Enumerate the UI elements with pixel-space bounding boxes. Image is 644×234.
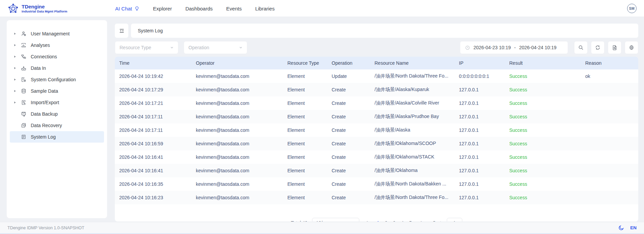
database-icon <box>21 88 28 94</box>
sidebar-item-import-export[interactable]: Import/Export <box>10 97 104 108</box>
topbar: TDengine Industrial Data Mgmt Platform A… <box>0 0 644 17</box>
refresh-button[interactable] <box>591 41 604 54</box>
table-row[interactable]: 2026-04-24 10:16:41kevinmen@taosdata.com… <box>115 164 638 177</box>
table-row[interactable]: 2026-04-24 10:17:21kevinmen@taosdata.com… <box>115 96 638 110</box>
cell-resource-type: Element <box>287 141 332 146</box>
cell-resource-name: /油井场景/Alaska/Colville River <box>375 100 459 106</box>
table-row[interactable]: 2026-04-24 10:16:23kevinmen@taosdata.com… <box>115 191 638 204</box>
cell-ip: 127.0.0.1 <box>459 100 509 106</box>
gear-icon <box>629 45 634 50</box>
sidebar-item-data-recovery[interactable]: Data Recovery <box>10 120 104 131</box>
dark-mode-toggle[interactable] <box>618 225 624 231</box>
sidebar-item-user-management[interactable]: User Management <box>10 28 104 39</box>
table-row[interactable]: 2026-04-24 10:17:29kevinmen@taosdata.com… <box>115 83 638 96</box>
page-number-3[interactable]: 3 <box>390 219 398 222</box>
cell-operator: kevinmen@taosdata.com <box>196 114 287 119</box>
cell-time: 2026-04-24 10:19:42 <box>119 74 196 79</box>
expand-caret-icon[interactable] <box>14 67 21 69</box>
search-button[interactable] <box>574 41 588 54</box>
goto-page-input[interactable] <box>447 218 462 222</box>
nav-item-libraries[interactable]: Libraries <box>255 6 275 11</box>
column-header-reason: Reason <box>585 60 638 66</box>
cell-time: 2026-04-24 10:17:29 <box>119 87 196 92</box>
cell-ip: 127.0.0.1 <box>459 141 509 146</box>
sidebar-item-data-in[interactable]: Data In <box>10 62 104 74</box>
cell-resource-name: /油井场景/North Dakota/Bakken ... <box>375 181 459 187</box>
column-header-result: Result <box>509 60 585 66</box>
cell-resource-type: Element <box>287 127 332 133</box>
sidebar: User ManagementAnalysesConnectionsData I… <box>7 20 107 218</box>
sidebar-item-sample-data[interactable]: Sample Data <box>10 85 104 97</box>
table-row[interactable]: 2026-04-24 10:19:42kevinmen@taosdata.com… <box>115 69 638 83</box>
page-number-1[interactable]: 1 <box>374 219 382 222</box>
table-body: 2026-04-24 10:19:42kevinmen@taosdata.com… <box>115 69 638 204</box>
table-row[interactable]: 2026-04-24 10:16:41kevinmen@taosdata.com… <box>115 150 638 164</box>
table-row[interactable]: 2026-04-24 10:16:59kevinmen@taosdata.com… <box>115 137 638 150</box>
expand-caret-icon[interactable] <box>14 101 21 104</box>
log-table: TimeOperatorResource TypeOperationResour… <box>115 57 638 222</box>
filter-bar: Resource Type Operation 2026-04-23 10:19… <box>115 41 638 54</box>
column-header-resource-type: Resource Type <box>287 60 332 66</box>
sidebar-item-analyses[interactable]: Analyses <box>10 39 104 51</box>
cell-time: 2026-04-24 10:16:59 <box>119 141 196 146</box>
cell-result: Success <box>509 195 585 200</box>
operation-select[interactable]: Operation <box>184 41 247 54</box>
page-size-select[interactable]: 10/page <box>312 218 359 222</box>
nav-item-dashboards[interactable]: Dashboards <box>185 6 213 11</box>
nav-item-ai-chat[interactable]: AI Chat <box>115 6 139 11</box>
nav-item-events[interactable]: Events <box>226 6 242 11</box>
sidebar-item-label: System Log <box>31 134 56 140</box>
sidebar-item-label: Analyses <box>31 42 50 48</box>
export-button[interactable] <box>608 41 621 54</box>
page-number-5[interactable]: 5 <box>406 219 414 222</box>
page-numbers: 12345 <box>374 219 414 222</box>
page-number-2[interactable]: 2 <box>382 219 390 222</box>
expand-caret-icon[interactable] <box>14 79 21 81</box>
system-log-icon <box>21 134 28 140</box>
resource-type-select[interactable]: Resource Type <box>115 41 178 54</box>
table-row[interactable]: 2026-04-24 10:17:11kevinmen@taosdata.com… <box>115 110 638 123</box>
table-row[interactable]: 2026-04-24 10:16:35kevinmen@taosdata.com… <box>115 177 638 191</box>
cell-resource-name: /油井场景/Alaska <box>375 127 459 133</box>
brand[interactable]: TDengine Industrial Data Mgmt Platform <box>7 3 67 14</box>
sidebar-collapse-button[interactable] <box>115 24 128 38</box>
sidebar-item-label: Data In <box>31 65 46 71</box>
nav-item-explorer[interactable]: Explorer <box>153 6 172 11</box>
cell-resource-name: /油井场景/Oklahoma/SCOOP <box>375 141 459 147</box>
language-toggle[interactable]: EN <box>630 225 637 230</box>
sidebar-item-label: Sample Data <box>31 88 58 94</box>
page-number-4[interactable]: 4 <box>398 219 406 222</box>
cell-ip: 127.0.0.1 <box>459 154 509 160</box>
cell-resource-name: /油井场景/North Dakota/Three Fo... <box>375 195 459 201</box>
prev-page-button[interactable]: ❮ <box>362 221 371 222</box>
cell-time: 2026-04-24 10:17:11 <box>119 114 196 119</box>
date-end: 2026-04-24 10:19 <box>519 45 557 50</box>
cell-ip: 127.0.0.1 <box>459 87 509 92</box>
sidebar-item-system-log[interactable]: System Log <box>10 131 104 143</box>
expand-caret-icon[interactable] <box>14 90 21 92</box>
refresh-icon <box>595 45 600 50</box>
cell-resource-type: Element <box>287 195 332 200</box>
cell-operation: Create <box>332 195 375 200</box>
sidebar-item-data-backup[interactable]: Data Backup <box>10 108 104 120</box>
sidebar-item-connections[interactable]: Connections <box>10 51 104 62</box>
date-range-picker[interactable]: 2026-04-23 10:19 - 2026-04-24 10:19 <box>460 41 568 54</box>
goto-label: Go to <box>432 220 444 222</box>
next-page-button[interactable]: ❯ <box>417 221 426 222</box>
nav-item-label: Events <box>226 6 242 11</box>
cell-result: Success <box>509 168 585 173</box>
cell-operator: kevinmen@taosdata.com <box>196 100 287 106</box>
cell-resource-name: /油井场景/North Dakota/Three Fo... <box>375 73 459 79</box>
cell-ip: 127.0.0.1 <box>459 168 509 173</box>
cell-result: Success <box>509 114 585 119</box>
user-avatar[interactable]: SM <box>627 4 637 13</box>
expand-caret-icon[interactable] <box>14 56 21 58</box>
version-label: TDengine IDMP Version 1.0-SNAPSHOT <box>7 226 84 230</box>
sidebar-item-system-configuration[interactable]: System Configuration <box>10 74 104 85</box>
settings-button[interactable] <box>625 41 638 54</box>
expand-caret-icon[interactable] <box>14 33 21 35</box>
table-row[interactable]: 2026-04-24 10:17:11kevinmen@taosdata.com… <box>115 123 638 137</box>
brand-name: TDengine <box>22 4 67 9</box>
expand-caret-icon[interactable] <box>14 44 21 46</box>
cell-operation: Create <box>332 168 375 173</box>
